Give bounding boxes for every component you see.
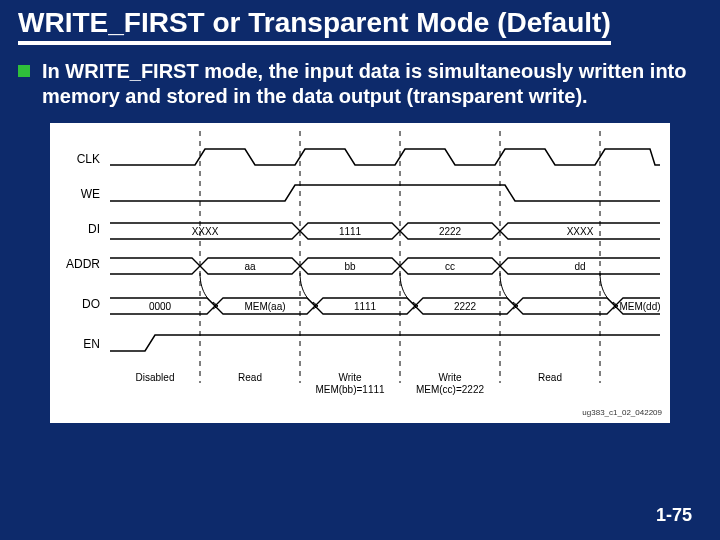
label-di: DI (88, 222, 100, 236)
bullet-row: In WRITE_FIRST mode, the input data is s… (18, 59, 702, 109)
di-val-1: 1111 (339, 226, 362, 237)
we-wave (110, 185, 660, 201)
do-val-0: MEM(aa) (244, 301, 285, 312)
do-val-pre: 0000 (149, 301, 172, 312)
diagram-doc-id: ug383_c1_02_042209 (582, 408, 662, 417)
col-label-2a: Write (438, 372, 462, 383)
di-val-0: XXXX (192, 226, 219, 237)
bullet-icon (18, 65, 30, 77)
en-wave (110, 335, 660, 351)
label-clk: CLK (77, 152, 100, 166)
col-label-pre: Disabled (136, 372, 175, 383)
label-we: WE (81, 187, 100, 201)
bullet-text: In WRITE_FIRST mode, the input data is s… (42, 59, 702, 109)
addr-val-3: dd (574, 261, 585, 272)
page-number: 1-75 (656, 505, 692, 526)
label-addr: ADDR (66, 257, 100, 271)
col-label-2b: MEM(cc)=2222 (416, 384, 485, 395)
di-val-3: XXXX (567, 226, 594, 237)
clk-wave (110, 149, 660, 165)
addr-val-1: bb (344, 261, 356, 272)
col-label-0: Read (238, 372, 262, 383)
do-val-1: 1111 (354, 301, 377, 312)
slide-title: WRITE_FIRST or Transparent Mode (Default… (18, 8, 611, 45)
col-label-3: Read (538, 372, 562, 383)
col-label-1a: Write (338, 372, 362, 383)
do-bus (110, 298, 660, 314)
label-do: DO (82, 297, 100, 311)
addr-val-0: aa (244, 261, 256, 272)
addr-val-2: cc (445, 261, 455, 272)
do-val-3: MEM(dd) (619, 301, 660, 312)
label-en: EN (83, 337, 100, 351)
di-val-2: 2222 (439, 226, 462, 237)
timing-diagram: CLK WE DI ADDR DO EN XXXX 1111 2222 XXXX (50, 123, 670, 423)
col-label-1b: MEM(bb)=1111 (315, 384, 385, 395)
do-val-2: 2222 (454, 301, 477, 312)
